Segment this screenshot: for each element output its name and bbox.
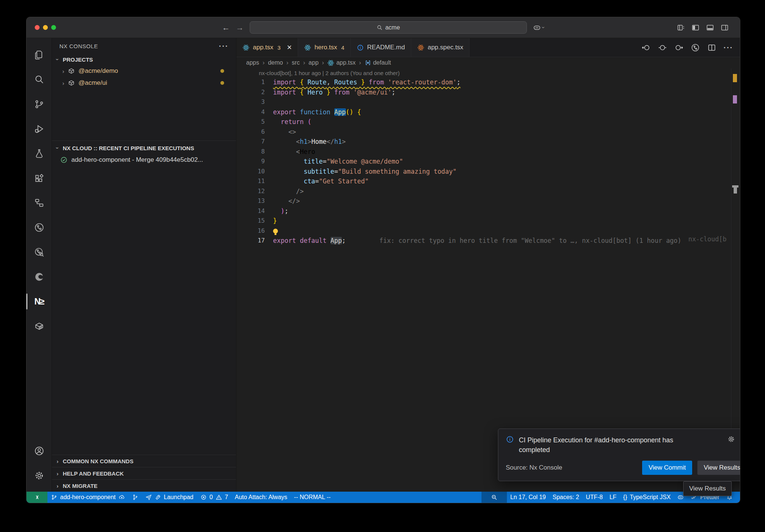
remote-indicator[interactable] xyxy=(27,492,47,503)
code-line-12[interactable]: 12 /> xyxy=(236,186,731,197)
source-control-icon[interactable] xyxy=(27,92,52,117)
code-line-11[interactable]: 11 cta="Get Started" xyxy=(236,176,731,186)
code-line-2[interactable]: 2import { Hero } from '@acme/ui'; xyxy=(236,87,731,98)
git-graph-search-icon[interactable] xyxy=(27,240,52,265)
activity-bar: N≥ xyxy=(27,38,52,492)
launchpad-item[interactable]: Launchpad xyxy=(142,492,197,503)
tab-app.tsx[interactable]: app.tsx3× xyxy=(236,38,298,57)
section-help-and-feedback[interactable]: ›HELP AND FEEDBACK xyxy=(52,467,236,479)
code-line-16[interactable]: 16 xyxy=(236,226,731,236)
chevron-right-icon: › xyxy=(263,59,265,66)
commit-circle-icon[interactable] xyxy=(658,43,667,52)
tab-app.spec.tsx[interactable]: app.spec.tsx xyxy=(411,38,470,57)
close-window-button[interactable] xyxy=(35,25,40,30)
tab-hero.tsx[interactable]: hero.tsx4 xyxy=(298,38,351,57)
breadcrumb-item-apps[interactable]: apps xyxy=(246,59,259,66)
code-line-9[interactable]: 9 title="Welcome @acme/demo" xyxy=(236,157,731,167)
editor-group: app.tsx3×hero.tsx4README.mdapp.spec.tsx … xyxy=(236,38,740,492)
breadcrumb-item-default[interactable]: default xyxy=(365,59,391,66)
run-debug-icon[interactable] xyxy=(27,117,52,141)
language-mode-item[interactable]: {} TypeScript JSX xyxy=(620,492,674,503)
breadcrumb-item-app.tsx[interactable]: app.tsx xyxy=(327,59,356,66)
project-item-@acme/ui[interactable]: › @acme/ui xyxy=(52,77,236,89)
chevron-right-icon: › xyxy=(359,59,361,66)
chevron-right-icon: › xyxy=(55,471,60,476)
line-number: 16 xyxy=(236,226,265,236)
info-icon xyxy=(357,44,364,51)
copilot-menu[interactable]: › xyxy=(533,24,545,32)
git-branch-item[interactable]: add-hero-component xyxy=(47,492,128,503)
project-item-@acme/demo[interactable]: › @acme/demo xyxy=(52,65,236,77)
encoding-item[interactable]: UTF-8 xyxy=(582,492,606,503)
search-view-icon[interactable] xyxy=(27,67,52,92)
code-line-13[interactable]: 13 </> xyxy=(236,196,731,206)
git-graph-icon[interactable] xyxy=(27,215,52,240)
line-number: 11 xyxy=(236,176,265,186)
notification-settings-gear-icon[interactable] xyxy=(727,435,735,443)
section-nx-cloud[interactable]: › NX CLOUD :: RECENT CI PIPELINE EXECUTI… xyxy=(52,142,236,154)
react-blue-icon xyxy=(304,44,311,51)
breadcrumb-item-app[interactable]: app xyxy=(309,59,319,66)
code-line-15[interactable]: 15} xyxy=(236,216,731,226)
section-common-nx-commands[interactable]: ›COMMON NX COMMANDS xyxy=(52,455,236,467)
code-line-5[interactable]: 5 return ( xyxy=(236,117,731,127)
view-results-button[interactable]: View Results xyxy=(697,461,740,475)
close-icon[interactable]: × xyxy=(287,43,292,52)
code-line-8[interactable]: 8 <Hero xyxy=(236,147,731,157)
code-line-7[interactable]: 7 <h1>Home</h1> xyxy=(236,137,731,147)
code-line-4[interactable]: 4export function App() { xyxy=(236,107,731,117)
testing-icon[interactable] xyxy=(27,141,52,166)
extensions-icon[interactable] xyxy=(27,166,52,191)
code-line-1[interactable]: 1import { Route, Routes } from 'react-ro… xyxy=(236,77,731,87)
eol-item[interactable]: LF xyxy=(606,492,620,503)
line-number: 7 xyxy=(236,137,265,147)
git-graph-status-icon[interactable] xyxy=(128,492,142,503)
containers-icon[interactable] xyxy=(27,314,52,338)
history-forward-icon[interactable]: → xyxy=(236,24,244,31)
code-line-3[interactable]: 3 xyxy=(236,97,731,107)
git-history-icon[interactable] xyxy=(691,43,700,52)
auto-attach-item[interactable]: Auto Attach: Always xyxy=(232,492,291,503)
more-actions-icon[interactable]: ··· xyxy=(724,43,733,52)
settings-gear-icon[interactable] xyxy=(27,463,52,488)
command-center-search[interactable]: acme xyxy=(250,21,527,34)
code-line-10[interactable]: 10 subtitle="Build something amazing tod… xyxy=(236,167,731,177)
vim-mode-item[interactable]: -- NORMAL -- xyxy=(291,492,334,503)
more-actions-icon[interactable]: ··· xyxy=(219,42,229,50)
problems-item[interactable]: 0 7 xyxy=(197,492,232,503)
history-back-icon[interactable]: ← xyxy=(222,24,230,31)
section-projects[interactable]: › PROJECTS xyxy=(52,54,236,65)
copilot-icon xyxy=(533,24,541,32)
chevron-right-icon: › xyxy=(303,59,305,66)
edge-browser-icon[interactable] xyxy=(27,265,52,289)
split-editor-icon[interactable] xyxy=(707,43,716,52)
lightbulb-icon[interactable] xyxy=(273,229,278,233)
zoom-window-button[interactable] xyxy=(51,25,56,30)
indentation-item[interactable]: Spaces: 2 xyxy=(549,492,582,503)
pipeline-execution-item[interactable]: add-hero-component - Merge 409b44e5cb02.… xyxy=(52,154,236,166)
toggle-panel-icon[interactable] xyxy=(706,24,714,32)
type-hierarchy-icon[interactable] xyxy=(27,191,52,215)
toggle-secondary-sidebar-icon[interactable] xyxy=(721,24,729,32)
zoom-out-item[interactable] xyxy=(481,492,507,503)
tab-bar: app.tsx3×hero.tsx4README.mdapp.spec.tsx … xyxy=(236,38,740,57)
code-line-14[interactable]: 14 ); xyxy=(236,206,731,216)
toggle-sidebar-icon[interactable] xyxy=(691,24,700,32)
nav-forward-circle-icon[interactable] xyxy=(674,43,684,52)
view-commit-button[interactable]: View Commit xyxy=(642,461,692,475)
nx-console-icon[interactable]: N≥ xyxy=(27,289,52,314)
tab-README.md[interactable]: README.md xyxy=(351,38,411,57)
breadcrumb-item-src[interactable]: src xyxy=(292,59,300,66)
cursor-position-item[interactable]: Ln 17, Col 19 xyxy=(507,492,549,503)
accounts-icon[interactable] xyxy=(27,439,52,463)
sidebar-nx-console: NX CONSOLE ··· › PROJECTS › @acme/demo ›… xyxy=(52,38,236,492)
minimize-window-button[interactable] xyxy=(43,25,48,30)
change-marker xyxy=(733,95,737,103)
customize-layout-icon[interactable] xyxy=(677,24,685,32)
code-line-6[interactable]: 6 <> xyxy=(236,127,731,137)
breadcrumb-item-demo[interactable]: demo xyxy=(268,59,283,66)
nav-back-circle-icon[interactable] xyxy=(641,43,651,52)
code-line-17[interactable]: 17export default App;fix: correct typo i… xyxy=(236,236,731,246)
explorer-icon[interactable] xyxy=(27,43,52,67)
section-nx-migrate[interactable]: ›NX MIGRATE xyxy=(52,479,236,492)
